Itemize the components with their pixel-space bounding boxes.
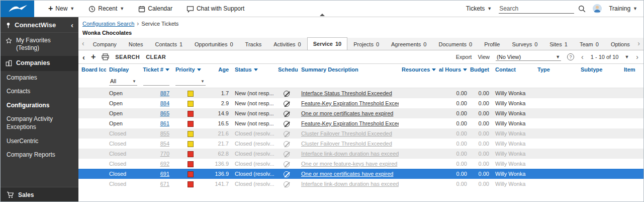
col-header-item[interactable]: Item	[621, 64, 643, 75]
back-icon[interactable]: ‹	[82, 53, 85, 61]
recent-menu[interactable]: Recent ▼	[88, 5, 124, 13]
tab-projects[interactable]: Projects0	[347, 38, 385, 50]
clear-button[interactable]: CLEAR	[146, 54, 166, 60]
summary-link[interactable]: Feature-Key Expiration Threshold Exceede…	[301, 100, 399, 106]
search-button[interactable]: SEARCH	[115, 54, 140, 60]
add-ticket-icon[interactable]: +	[91, 52, 96, 61]
display-filter-select[interactable]: All ▼	[109, 77, 137, 86]
export-button[interactable]: Export	[456, 54, 472, 60]
sort-filter-icon[interactable]	[165, 69, 169, 71]
col-header-priority[interactable]: Priority	[172, 64, 209, 75]
new-menu[interactable]: + New ▼	[48, 5, 74, 13]
pagination-dropdown-icon[interactable]: ▼	[624, 54, 629, 59]
tabs-scroll-right-icon[interactable]: ›	[635, 39, 642, 49]
calendar-menu[interactable]: Calendar	[138, 5, 172, 13]
user-menu[interactable]: Training ▼	[609, 5, 637, 12]
sidebar-item-company-activity-exceptions[interactable]: Company Activity Exceptions	[1, 112, 78, 134]
sidebar-item-my-favorites[interactable]: My Favorites (Testing)	[1, 33, 78, 56]
connectwise-logo[interactable]	[1, 1, 34, 17]
tab-contacts[interactable]: Contacts1	[149, 38, 189, 50]
summary-link[interactable]: One or more certificates have expired	[301, 171, 393, 177]
sidebar-item-company-reports[interactable]: Company Reports	[1, 148, 78, 162]
sort-filter-icon[interactable]	[463, 69, 467, 71]
summary-link[interactable]: Cluster Failover Threshold Exceeded	[301, 130, 392, 137]
ticket-link[interactable]: 770	[160, 151, 169, 157]
ticket-row-855[interactable]: Closed85521.6Closed (resolv...Cluster Fa…	[78, 128, 643, 139]
tickets-menu[interactable]: Tickets ▼	[466, 5, 492, 12]
sidebar-brand[interactable]: ConnectWise ‹	[1, 17, 78, 33]
page-next-icon[interactable]: ›	[635, 53, 639, 61]
tab-documents[interactable]: Documents0	[432, 38, 478, 50]
page-prev-icon[interactable]: ‹	[580, 53, 585, 61]
ticket-row-692[interactable]: Closed692136.9Closed (resolv...One or mo…	[78, 159, 643, 169]
col-header-age[interactable]: Age	[209, 64, 232, 75]
col-header-summary-description[interactable]: Summary Description	[298, 64, 399, 75]
ticket-filter-input[interactable]	[143, 77, 169, 86]
tab-tracks[interactable]: Tracks	[239, 38, 268, 50]
summary-link[interactable]: Interface Status Threshold Exceeded	[301, 90, 392, 96]
ticket-link[interactable]: 861	[160, 120, 169, 126]
sidebar-module-companies[interactable]: Companies	[1, 56, 78, 71]
tab-service[interactable]: Service10	[307, 37, 347, 50]
col-header-display[interactable]: Display	[106, 64, 140, 75]
col-header-schedule[interactable]: Schedule	[275, 64, 298, 75]
col-header-total-hours[interactable]: Total Hours	[439, 64, 470, 75]
help-icon[interactable]: ?	[567, 53, 574, 60]
collapse-sidebar-icon[interactable]: ‹	[71, 21, 73, 29]
col-header-ticket[interactable]: Ticket #	[140, 64, 172, 75]
sort-filter-icon[interactable]	[432, 69, 436, 71]
ticket-link[interactable]: 854	[160, 141, 169, 147]
sort-filter-icon[interactable]	[254, 69, 258, 71]
ticket-row-887[interactable]: Open8871.7New (not resp...Interface Stat…	[78, 88, 643, 98]
col-header-resources[interactable]: Resources	[399, 64, 439, 75]
priority-filter-select[interactable]: ▼	[175, 77, 206, 86]
col-header-budget[interactable]: Budget	[470, 64, 492, 75]
avatar[interactable]	[593, 4, 602, 13]
search-input[interactable]	[499, 4, 574, 14]
col-header-type[interactable]: Type	[534, 64, 578, 75]
ticket-row-770[interactable]: Closed77062.8Closed (resolv...Interface …	[78, 149, 643, 159]
col-header-contact[interactable]: Contact	[492, 64, 534, 75]
tab-sites[interactable]: Sites1	[543, 38, 574, 50]
search-icon[interactable]	[578, 5, 586, 13]
summary-link[interactable]: Cluster Failover Threshold Exceeded	[301, 141, 392, 147]
col-header-board-icon[interactable]: Board Icon	[78, 64, 106, 75]
sidebar-item-sales[interactable]: Sales	[1, 187, 78, 202]
tab-team[interactable]: Team0	[574, 38, 605, 50]
chat-support-menu[interactable]: Chat with Support	[187, 5, 244, 13]
sidebar-item-companies[interactable]: Companies	[1, 71, 78, 85]
tab-options[interactable]: Options	[605, 38, 635, 50]
ticket-row-884[interactable]: Open8842.9New (not resp...Feature-Key Ex…	[78, 98, 643, 108]
sidebar-item-configurations[interactable]: Configurations	[1, 99, 78, 113]
ticket-link[interactable]: 671	[160, 181, 169, 187]
tab-activities[interactable]: Activities0	[267, 38, 307, 50]
sidebar-item-contacts[interactable]: Contacts	[1, 85, 78, 99]
sort-filter-icon[interactable]	[197, 69, 201, 71]
tab-agreements[interactable]: Agreements0	[385, 38, 432, 50]
summary-link[interactable]: One or more certificates have expired	[301, 110, 393, 116]
tabs-scroll-left-icon[interactable]: ‹	[79, 39, 87, 49]
tab-opportunities[interactable]: Opportunities0	[189, 38, 239, 50]
summary-link[interactable]: Feature-Key Expiration Threshold Exceede…	[301, 120, 399, 126]
view-select[interactable]: (No View) ▼	[496, 53, 561, 61]
tab-notes[interactable]: Notes	[123, 38, 149, 50]
ticket-link[interactable]: 865	[160, 110, 169, 116]
summary-link[interactable]: Interface link-down duration has exceede…	[301, 181, 399, 187]
collapse-topbar-caret[interactable]	[320, 14, 325, 16]
summary-link[interactable]: Interface link-down duration has exceede…	[301, 151, 399, 157]
ticket-row-861[interactable]: Open86116.5New (not resp...Feature-Key E…	[78, 118, 643, 128]
ticket-row-671[interactable]: Closed671141.7Closed (resolv...Interface…	[78, 179, 643, 189]
print-icon[interactable]	[102, 53, 109, 60]
ticket-link[interactable]: 691	[160, 171, 169, 177]
sidebar-item-usercentric[interactable]: UserCentric	[1, 134, 78, 149]
tab-profile[interactable]: Profile	[478, 38, 506, 50]
breadcrumb-link[interactable]: Configuration Search	[82, 21, 134, 27]
ticket-row-691[interactable]: Closed691136.9Closed (resolv...One or mo…	[78, 169, 643, 179]
ticket-row-854[interactable]: Closed85421.7Closed (resolv...Cluster Fa…	[78, 139, 643, 149]
ticket-link[interactable]: 692	[160, 161, 169, 167]
ticket-link[interactable]: 884	[160, 100, 169, 106]
ticket-link[interactable]: 855	[160, 130, 169, 137]
col-header-status[interactable]: Status	[232, 64, 275, 75]
tab-company[interactable]: Company	[87, 38, 123, 50]
ticket-row-865[interactable]: Open86514.9New (not resp...One or more c…	[78, 108, 643, 118]
